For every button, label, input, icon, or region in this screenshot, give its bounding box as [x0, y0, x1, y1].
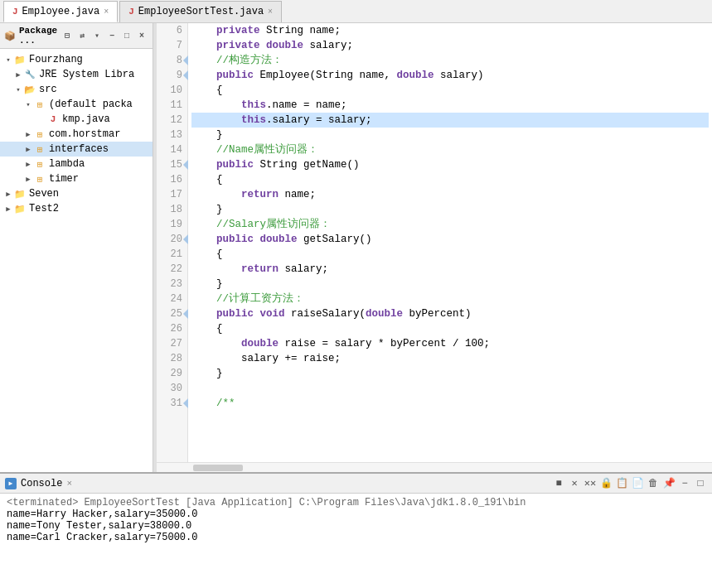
remove-all-btn[interactable]: ✕✕ — [584, 477, 597, 490]
code-line-30 — [191, 381, 709, 396]
tree-label-defaultpkg: (default packa — [49, 99, 133, 110]
line-num-14: 14 — [157, 142, 187, 157]
tree-item-defaultpkg[interactable]: ▾ ⊞ (default packa — [0, 97, 153, 112]
package-icon-default: ⊞ — [33, 98, 46, 111]
tree-label-lambda: lambda — [49, 158, 85, 170]
line-num-30: 30 — [157, 381, 187, 396]
sidebar-title-group: 📦 Package ... — [4, 26, 61, 46]
maximize-icon[interactable]: □ — [120, 29, 133, 42]
package-icon: 📦 — [4, 31, 16, 41]
remove-launch-btn[interactable]: ✕ — [568, 477, 581, 490]
clear-btn[interactable]: 🗑 — [647, 477, 660, 490]
console-title-label: Console — [21, 478, 62, 489]
copy-btn[interactable]: 📋 — [615, 477, 628, 490]
package-explorer: 📦 Package ... ⊟ ⇄ ▾ − □ × ▾ 📁 — [0, 23, 153, 472]
line-num-11: 11 — [157, 98, 187, 113]
console-output[interactable]: <terminated> EmployeeSortTest [Java Appl… — [0, 494, 712, 588]
tab-employee-label: Employee.java — [22, 6, 100, 17]
line-num-13: 13 — [157, 128, 187, 142]
line-num-12: 12 — [157, 113, 187, 128]
maximize-console-btn[interactable]: □ — [694, 477, 707, 490]
line-num-8: 8 — [157, 53, 187, 68]
tree-label-timer: timer — [49, 173, 79, 185]
package-icon-timer: ⊞ — [33, 172, 46, 186]
scroll-lock-btn[interactable]: 🔒 — [599, 477, 613, 490]
minimize-icon[interactable]: − — [105, 29, 119, 42]
collapse-all-icon[interactable]: ⊟ — [61, 29, 74, 42]
tab-java-icon: J — [12, 7, 18, 17]
tree-item-fourzhang[interactable]: ▾ 📁 Fourzhang — [0, 52, 153, 67]
console-header: ▶ Console × ■ ✕ ✕✕ 🔒 📋 📄 🗑 📌 − □ — [0, 474, 712, 494]
close-sidebar-icon[interactable]: × — [135, 29, 148, 42]
java-file-icon-kmp: J — [46, 113, 60, 126]
tree-item-comhorstmar[interactable]: ▶ ⊞ com.horstmar — [0, 127, 153, 142]
tab-bar: J Employee.java × J EmployeeSortTest.jav… — [0, 0, 712, 23]
code-container[interactable]: 6 7 8 9 10 11 12 13 14 15 16 17 18 19 20… — [157, 23, 712, 462]
tree-item-kmp[interactable]: J kmp.java — [0, 112, 153, 127]
console-controls: ■ ✕ ✕✕ 🔒 📋 📄 🗑 📌 − □ — [552, 477, 707, 490]
console-tab-close[interactable]: × — [66, 479, 72, 489]
line-num-25: 25 — [157, 306, 187, 321]
tab-close-icon[interactable]: × — [104, 7, 109, 17]
code-line-15: public String getName() — [191, 157, 709, 172]
tree-item-jre[interactable]: ▶ 🔧 JRE System Libra — [0, 67, 153, 82]
console-area: ▶ Console × ■ ✕ ✕✕ 🔒 📋 📄 🗑 📌 − □ <termin… — [0, 472, 712, 588]
code-line-23: } — [191, 277, 709, 292]
line-num-9: 9 — [157, 68, 187, 83]
jre-icon: 🔧 — [23, 68, 36, 81]
tab-employeetest[interactable]: J EmployeeSortTest.java × — [119, 1, 282, 22]
minimize-console-btn[interactable]: − — [678, 477, 691, 490]
code-line-28: salary += raise; — [191, 351, 709, 366]
code-line-12: this.salary = salary; — [191, 113, 709, 128]
tree-item-test2[interactable]: ▶ 📁 Test2 — [0, 201, 153, 216]
package-icon-interfaces: ⊞ — [33, 142, 46, 156]
code-lines[interactable]: private String name; private double sala… — [188, 23, 712, 462]
project-icon-test2: 📁 — [13, 202, 27, 215]
project-icon-fourzhang: 📁 — [13, 53, 27, 66]
tree-label-test2: Test2 — [29, 203, 59, 214]
line-numbers: 6 7 8 9 10 11 12 13 14 15 16 17 18 19 20… — [157, 23, 188, 462]
sidebar-menu-icon[interactable]: ▾ — [90, 29, 104, 42]
code-line-22: return salary; — [191, 262, 709, 277]
editor-area: 6 7 8 9 10 11 12 13 14 15 16 17 18 19 20… — [157, 23, 712, 472]
tab-employee[interactable]: J Employee.java × — [3, 1, 118, 22]
tree-item-lambda[interactable]: ▶ ⊞ lambda — [0, 157, 153, 171]
expand-arrow-src: ▾ — [13, 85, 23, 94]
expand-arrow-lambda: ▶ — [23, 160, 33, 169]
tree-label-fourzhang: Fourzhang — [29, 54, 83, 65]
code-line-19: //Salary属性访问器： — [191, 217, 709, 232]
code-scrollbar[interactable] — [157, 462, 712, 472]
sidebar-title: Package ... — [19, 26, 61, 46]
line-num-28: 28 — [157, 351, 187, 366]
tree-item-timer[interactable]: ▶ ⊞ timer — [0, 171, 153, 186]
tree-item-src[interactable]: ▾ 📂 src — [0, 82, 153, 97]
console-icon: ▶ — [5, 478, 17, 489]
sidebar-header: 📦 Package ... ⊟ ⇄ ▾ − □ × — [0, 23, 153, 49]
console-output-line-1: name=Harry Hacker,salary=35000.0 — [7, 508, 705, 520]
line-num-7: 7 — [157, 38, 187, 53]
code-line-24: //计算工资方法： — [191, 292, 709, 306]
tree-label-kmp: kmp.java — [62, 113, 110, 125]
code-line-31: /** — [191, 396, 709, 411]
pin-btn[interactable]: 📌 — [662, 477, 676, 490]
expand-arrow-com: ▶ — [23, 130, 33, 139]
expand-arrow-test2: ▶ — [3, 205, 13, 214]
line-num-24: 24 — [157, 292, 187, 306]
terminate-btn[interactable]: ■ — [552, 477, 565, 490]
scroll-thumb[interactable] — [193, 465, 243, 471]
tree-label-src: src — [39, 84, 57, 95]
line-num-29: 29 — [157, 366, 187, 381]
tab-close-icon2[interactable]: × — [268, 7, 273, 17]
sidebar-header-icons: ⊟ ⇄ ▾ − □ × — [61, 29, 148, 42]
line-num-27: 27 — [157, 336, 187, 351]
line-num-6: 6 — [157, 23, 187, 38]
paste-btn[interactable]: 📄 — [631, 477, 644, 490]
tree-label-seven: Seven — [29, 188, 59, 200]
code-line-18: } — [191, 202, 709, 217]
tree-item-interfaces[interactable]: ▶ ⊞ interfaces — [0, 142, 153, 157]
line-num-22: 22 — [157, 262, 187, 277]
link-with-editor-icon[interactable]: ⇄ — [75, 29, 89, 42]
tree-item-seven[interactable]: ▶ 📁 Seven — [0, 186, 153, 201]
code-line-13: } — [191, 128, 709, 142]
expand-arrow-timer: ▶ — [23, 175, 33, 184]
